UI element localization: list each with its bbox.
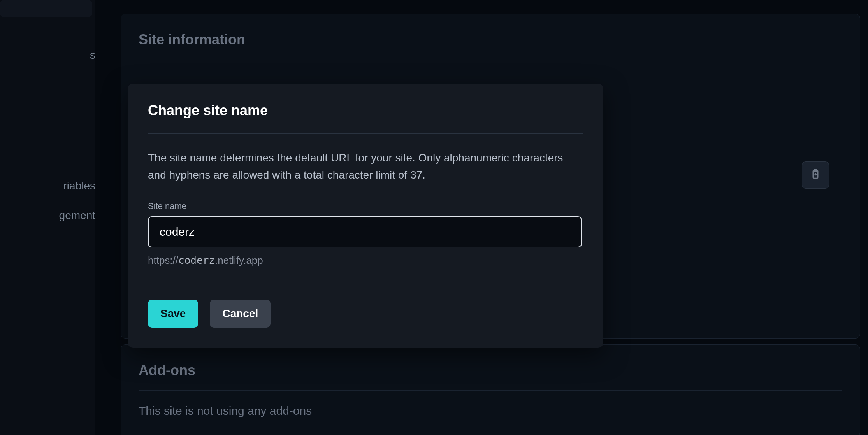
save-button[interactable]: Save	[148, 300, 198, 328]
site-name-label: Site name	[148, 201, 583, 211]
divider	[148, 133, 583, 134]
divider	[139, 60, 842, 60]
sidebar-item[interactable]: gement	[0, 201, 95, 230]
sidebar: s riables gement	[0, 0, 95, 435]
url-suffix: .netlify.app	[215, 254, 263, 266]
sidebar-item[interactable]	[0, 0, 92, 17]
change-site-name-modal: Change site name The site name determine…	[128, 84, 603, 348]
section-heading-site-info: Site information	[139, 32, 842, 48]
modal-description: The site name determines the default URL…	[148, 149, 576, 184]
addons-card: Add-ons This site is not using any add-o…	[121, 344, 860, 435]
clipboard-import-icon	[810, 168, 821, 182]
site-name-input[interactable]	[148, 216, 582, 247]
sidebar-item[interactable]: riables	[0, 171, 95, 201]
modal-title: Change site name	[148, 102, 583, 119]
addons-empty-text: This site is not using any add-ons	[139, 404, 842, 417]
sidebar-item-label: riables	[63, 180, 95, 192]
url-slug: coderz	[178, 254, 215, 266]
sidebar-item[interactable]: s	[0, 40, 95, 70]
copy-button[interactable]	[802, 161, 829, 189]
section-heading-addons: Add-ons	[139, 362, 842, 379]
cancel-button[interactable]: Cancel	[210, 300, 271, 328]
url-preview: https://coderz.netlify.app	[148, 254, 583, 267]
modal-actions: Save Cancel	[148, 300, 583, 328]
sidebar-item-label: gement	[59, 209, 95, 221]
url-prefix: https://	[148, 254, 178, 266]
sidebar-item-label: s	[90, 49, 95, 61]
divider	[139, 390, 842, 391]
